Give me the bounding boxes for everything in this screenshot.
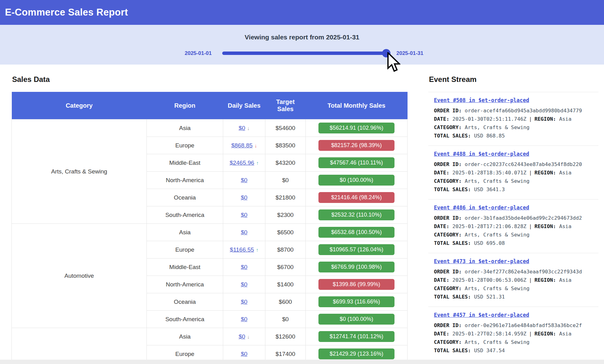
- daily-sales-link[interactable]: $0: [241, 316, 247, 322]
- trend-down-icon: ↓: [247, 334, 250, 340]
- daily-sales-link[interactable]: $868.85: [231, 142, 253, 149]
- monthly-sales-cell: $56214.91 (102.96%): [306, 119, 408, 137]
- slider-max-label: 2025-01-31: [396, 50, 423, 56]
- monthly-sales-cell: $2532.32 (110.10%): [306, 206, 408, 224]
- daily-sales-link[interactable]: $0: [241, 177, 247, 183]
- daily-sales-cell: $0: [223, 311, 265, 328]
- daily-sales-link[interactable]: $0: [241, 299, 247, 305]
- event-detail-line: TOTAL SALES: USD 868.85: [434, 132, 598, 140]
- event-title-link[interactable]: Event #473 in $et-order-placed: [434, 258, 529, 264]
- event-detail-line: TOTAL SALES: USD 3641.3: [434, 185, 598, 194]
- daily-sales-link[interactable]: $0: [239, 333, 245, 340]
- target-sales-cell: $8700: [265, 241, 306, 258]
- daily-sales-cell: $0: [223, 258, 265, 276]
- event-card: Event #486 in $et-order-placedORDER ID: …: [428, 199, 598, 253]
- daily-sales-cell: $0: [223, 206, 265, 224]
- region-cell: Middle-East: [147, 258, 223, 276]
- trend-down-icon: ↓: [255, 143, 257, 149]
- event-title-link[interactable]: Event #457 in $et-order-placed: [434, 312, 529, 318]
- monthly-sales-badge: $10965.57 (126.04%): [318, 244, 394, 255]
- monthly-sales-badge: $6532.68 (100.50%): [318, 227, 394, 238]
- monthly-sales-cell: $47567.46 (110.11%): [306, 154, 408, 172]
- daily-sales-cell: $1166.55↑: [223, 241, 265, 258]
- event-title-link[interactable]: Event #488 in $et-order-placed: [434, 151, 529, 157]
- region-cell: Oceania: [147, 189, 223, 206]
- category-cell: Arts, Crafts & Sewing: [12, 119, 147, 224]
- daily-sales-cell: $0: [223, 293, 265, 311]
- daily-sales-link[interactable]: $0: [241, 212, 247, 218]
- daily-sales-link[interactable]: $0: [241, 264, 247, 270]
- daily-sales-link[interactable]: $0: [241, 229, 247, 236]
- table-row: Arts, Crafts & SewingAsia$0↓$54600$56214…: [12, 119, 408, 137]
- monthly-sales-badge: $12741.74 (101.12%): [318, 331, 394, 342]
- event-detail-line: CATEGORY: Arts, Crafts & Sewing: [434, 284, 598, 293]
- column-header-region: Region: [147, 92, 223, 119]
- trend-up-icon: ↑: [256, 160, 259, 166]
- region-cell: North-America: [147, 172, 223, 189]
- monthly-sales-badge: $1399.86 (99.99%): [318, 279, 394, 290]
- daily-sales-cell: $0↓: [223, 119, 265, 137]
- monthly-sales-cell: $12741.74 (101.12%): [306, 328, 408, 345]
- date-slider-section: Viewing sales report from 2025-01-31 202…: [0, 25, 604, 65]
- category-cell: Automotive: [12, 224, 147, 328]
- mouse-cursor-icon: [385, 52, 400, 74]
- main-content: Sales Data Category Region Daily Sales T…: [0, 65, 604, 363]
- daily-sales-link[interactable]: $0: [241, 281, 247, 288]
- daily-sales-cell: $0↓: [223, 328, 265, 345]
- daily-sales-link[interactable]: $2465.96: [230, 160, 254, 166]
- page-title: E-Commerce Sales Report: [5, 7, 128, 18]
- event-detail-line: DATE: 2025-01-30T02:51:11.746Z|REGION: A…: [434, 115, 598, 123]
- event-card: Event #457 in $et-order-placedORDER ID: …: [428, 307, 598, 360]
- daily-sales-cell: $0: [223, 276, 265, 293]
- slider-min-label: 2025-01-01: [185, 50, 212, 56]
- monthly-sales-badge: $47567.46 (110.11%): [318, 157, 394, 168]
- event-detail-line: ORDER ID: order-cc20237cc62443ee87ab4e35…: [434, 160, 598, 169]
- event-detail-line: CATEGORY: Arts, Crafts & Sewing: [434, 123, 598, 132]
- region-cell: Europe: [147, 241, 223, 258]
- event-detail-line: CATEGORY: Arts, Crafts & Sewing: [434, 177, 598, 185]
- category-cell: [12, 328, 147, 363]
- event-detail-line: ORDER ID: order-34ef277c862e4a3eaaf903cc…: [434, 267, 598, 276]
- event-stream-heading: Event Stream: [429, 75, 598, 84]
- event-detail-line: TOTAL SALES: USD 521.31: [434, 293, 598, 301]
- monthly-sales-badge: $56214.91 (102.96%): [318, 123, 394, 133]
- monthly-sales-badge: $6765.99 (100.98%): [318, 262, 394, 272]
- event-title-link[interactable]: Event #486 in $et-order-placed: [434, 204, 529, 211]
- daily-sales-cell: $2465.96↑: [223, 154, 265, 172]
- trend-up-icon: ↑: [256, 247, 258, 253]
- daily-sales-link[interactable]: $1166.55: [230, 246, 254, 253]
- region-cell: North-America: [147, 276, 223, 293]
- region-cell: Europe: [147, 137, 223, 154]
- target-sales-cell: $54600: [265, 119, 306, 137]
- monthly-sales-cell: $6532.68 (100.50%): [306, 224, 408, 241]
- table-row: AutomotiveAsia$0$6500$6532.68 (100.50%): [12, 224, 408, 241]
- region-cell: Middle-East: [147, 154, 223, 172]
- sales-table: Category Region Daily Sales Target Sales…: [11, 92, 408, 363]
- target-sales-cell: $0: [265, 172, 306, 189]
- daily-sales-link[interactable]: $0: [241, 351, 247, 357]
- monthly-sales-cell: $1399.86 (99.99%): [306, 276, 408, 293]
- monthly-sales-badge: $2532.32 (110.10%): [318, 209, 394, 220]
- sales-table-body: Arts, Crafts & SewingAsia$0↓$54600$56214…: [12, 119, 408, 363]
- event-detail-line: DATE: 2025-01-28T00:06:53.006Z|REGION: A…: [434, 276, 598, 284]
- event-title-link[interactable]: Event #508 in $et-order-placed: [434, 97, 529, 103]
- monthly-sales-badge: $21416.46 (98.24%): [318, 192, 394, 203]
- table-row: Asia$0↓$12600$12741.74 (101.12%): [12, 328, 408, 345]
- daily-sales-link[interactable]: $0: [239, 125, 245, 131]
- monthly-sales-cell: $10965.57 (126.04%): [306, 241, 408, 258]
- region-cell: Oceania: [147, 293, 223, 311]
- event-card: Event #473 in $et-order-placedORDER ID: …: [428, 253, 598, 307]
- daily-sales-cell: $0: [223, 224, 265, 241]
- trend-down-icon: ↓: [247, 126, 250, 131]
- column-header-target-sales: Target Sales: [265, 92, 306, 119]
- date-slider-track[interactable]: [222, 52, 387, 55]
- event-detail-line: DATE: 2025-01-27T02:58:14.959Z|REGION: A…: [434, 330, 598, 338]
- daily-sales-link[interactable]: $0: [241, 194, 247, 201]
- monthly-sales-badge: $699.93 (116.66%): [318, 296, 394, 307]
- event-list: Event #508 in $et-order-placedORDER ID: …: [428, 92, 598, 360]
- monthly-sales-cell: $699.93 (116.66%): [306, 293, 408, 311]
- app-header: E-Commerce Sales Report: [0, 0, 604, 25]
- daily-sales-cell: $0: [223, 172, 265, 189]
- target-sales-cell: $6700: [265, 258, 306, 276]
- region-cell: South-America: [147, 206, 223, 224]
